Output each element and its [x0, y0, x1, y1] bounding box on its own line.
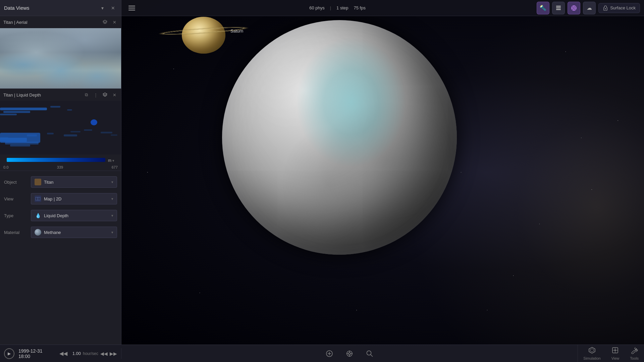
- step-stat: 1 step: [336, 5, 348, 10]
- svg-marker-25: [589, 347, 595, 353]
- colorbar-min: 0.0: [3, 165, 8, 169]
- svg-point-9: [605, 8, 606, 9]
- simulation-icon: [588, 347, 596, 356]
- view-icon: [35, 195, 41, 202]
- material-label: Material: [4, 230, 28, 235]
- sidebar-dropdown-btn[interactable]: ▾: [98, 4, 106, 12]
- object-setting: Object Titan ▾: [0, 174, 121, 190]
- time-speed: ◀◀: [58, 349, 68, 359]
- bottom-bar: ▶ 1999-12-31 18:00 ◀◀ 1.00 hour/sec ◀◀ ▶…: [0, 345, 644, 362]
- torch-btn[interactable]: 🔦: [537, 2, 549, 14]
- liquid-panel: Titan | Liquid Depth ⧉ ⋮ ✕: [0, 89, 121, 171]
- liquid-more-icon[interactable]: ⋮: [92, 92, 99, 98]
- object-icon: [35, 179, 41, 185]
- aerial-panel-title: Titan | Aerial: [3, 20, 99, 25]
- colorbar: [7, 158, 105, 162]
- object-dropdown[interactable]: Titan ▾: [31, 176, 117, 188]
- unit-arrow: ▾: [112, 159, 114, 163]
- top-bar: 60 phys | 1 step 75 fps 🔦 ☁: [121, 0, 644, 16]
- skip-back-btn[interactable]: ◀◀: [58, 349, 68, 359]
- aerial-map: [0, 28, 121, 88]
- svg-marker-11: [103, 93, 107, 95]
- sidebar-header: Data Views ▾ ✕: [0, 0, 121, 16]
- svg-rect-1: [556, 7, 561, 8]
- hamburger-btn[interactable]: [125, 2, 138, 14]
- fps-stat: 75 fps: [354, 5, 366, 10]
- saturn-label: Saturn: [230, 28, 243, 34]
- phys-stat: 60 phys: [309, 5, 325, 10]
- material-arrow: ▾: [111, 230, 113, 235]
- object-arrow: ▾: [111, 180, 113, 184]
- view-setting: View Map | 2D ▾: [0, 190, 121, 207]
- simulation-tool[interactable]: Simulation: [578, 345, 606, 362]
- add-tool-btn[interactable]: [323, 348, 335, 360]
- sidebar-title: Data Views: [4, 5, 30, 11]
- skip-fwd-btn[interactable]: ▶▶: [110, 351, 117, 356]
- svg-point-4: [573, 7, 575, 9]
- sidebar-close-btn[interactable]: ✕: [109, 4, 117, 12]
- svg-point-18: [348, 353, 351, 355]
- view-tool-icon: [611, 347, 619, 356]
- tools-label: Tools: [630, 356, 639, 360]
- tools-tool[interactable]: Tools: [625, 345, 644, 362]
- object-label: Object: [4, 180, 28, 185]
- svg-point-23: [367, 351, 371, 355]
- aerial-close-icon[interactable]: ✕: [111, 19, 118, 25]
- colorbar-mid: 339: [57, 165, 63, 169]
- layers-btn[interactable]: [552, 2, 565, 14]
- view-dropdown[interactable]: Map | 2D ▾: [31, 193, 117, 204]
- liquid-copy-icon[interactable]: ⧉: [83, 92, 90, 98]
- type-label: Type: [4, 213, 28, 218]
- simulation-label: Simulation: [583, 356, 600, 360]
- type-dropdown[interactable]: 💧 Liquid Depth ▾: [31, 210, 117, 221]
- saturn-body: [182, 17, 225, 54]
- colorbar-max: 677: [112, 165, 118, 169]
- type-setting: Type 💧 Liquid Depth ▾: [0, 207, 121, 224]
- svg-rect-0: [556, 6, 561, 7]
- main-viewport[interactable]: Saturn: [121, 0, 644, 345]
- view-tool-label: View: [611, 356, 620, 360]
- bottom-center-tools: [121, 348, 578, 360]
- type-arrow: ▾: [111, 214, 113, 218]
- time-display: 1999-12-31 18:00: [18, 348, 54, 359]
- speed-unit: hour/sec: [83, 351, 98, 356]
- cloud-btn[interactable]: ☁: [583, 2, 596, 14]
- type-value: Liquid Depth: [44, 213, 109, 218]
- svg-line-24: [371, 355, 373, 357]
- aerial-panel: Titan | Aerial ✕: [0, 16, 121, 89]
- liquid-panel-header: Titan | Liquid Depth ⧉ ⋮ ✕: [0, 89, 121, 101]
- material-value: Methane: [44, 230, 109, 235]
- surface-lock-btn[interactable]: Surface Lock: [598, 3, 640, 13]
- material-setting: Material Methane ▾: [0, 224, 121, 241]
- sidebar: Data Views ▾ ✕ Titan | Aerial ✕ Titan | …: [0, 0, 121, 345]
- tools-icon: [631, 347, 638, 356]
- search-tool-btn[interactable]: [364, 348, 376, 360]
- speed-value: 1.00: [72, 351, 81, 356]
- liquid-close-icon[interactable]: ✕: [111, 92, 118, 98]
- colorbar-container: m ▾ 0.0 339 677: [0, 155, 121, 171]
- aerial-preview: [0, 28, 121, 88]
- bottom-right-tools: Simulation View Tools: [578, 345, 644, 362]
- play-icon: ▶: [8, 351, 11, 356]
- view-value: Map | 2D: [44, 196, 109, 201]
- settings-section: Object Titan ▾ View Map | 2D ▾: [0, 171, 121, 345]
- saturn-object: Saturn: [165, 10, 232, 60]
- svg-rect-2: [556, 9, 561, 10]
- view-label: View: [4, 196, 28, 201]
- unit-select[interactable]: m ▾: [108, 158, 114, 163]
- timeline-controls: ▶ 1999-12-31 18:00 ◀◀ 1.00 hour/sec ◀◀ ▶…: [0, 348, 121, 359]
- aerial-layers-icon[interactable]: [102, 19, 108, 25]
- aerial-panel-header: Titan | Aerial ✕: [0, 16, 121, 28]
- liquid-layers-icon[interactable]: [102, 92, 108, 98]
- view-tool[interactable]: View: [606, 345, 625, 362]
- svg-marker-26: [590, 349, 594, 352]
- svg-marker-10: [103, 20, 107, 22]
- target-tool-btn[interactable]: [343, 348, 356, 360]
- play-button[interactable]: ▶: [4, 348, 14, 359]
- network-btn[interactable]: [568, 2, 580, 14]
- titan-atmosphere: [222, 20, 457, 255]
- liquid-map: [0, 101, 121, 155]
- skip-back-btn2[interactable]: ◀◀: [100, 351, 108, 356]
- unit-label: m: [108, 158, 111, 163]
- material-dropdown[interactable]: Methane ▾: [31, 227, 117, 238]
